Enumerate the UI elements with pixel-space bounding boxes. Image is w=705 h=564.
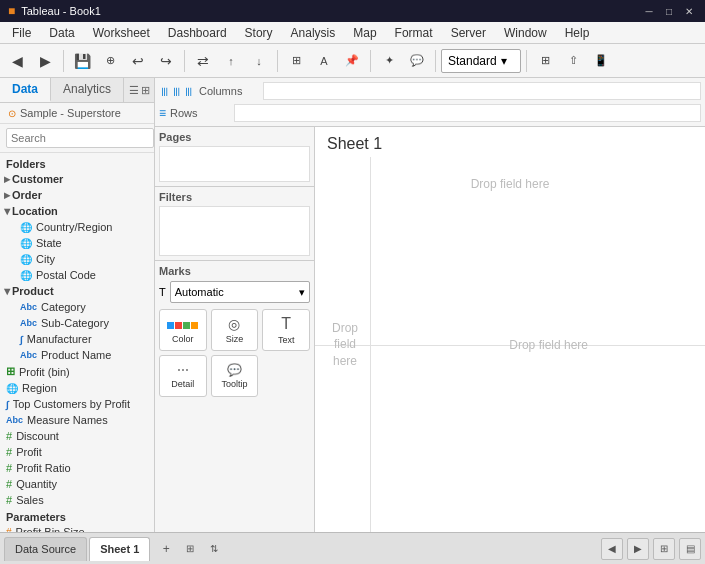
field-discount[interactable]: # Discount xyxy=(0,428,154,444)
field-region[interactable]: 🌐 Region xyxy=(0,380,154,396)
folder-product[interactable]: ▶ Product xyxy=(0,283,154,299)
field-country-region[interactable]: 🌐 Country/Region xyxy=(0,219,154,235)
view-canvas[interactable]: Drop field here Dropfieldhere Drop field… xyxy=(315,157,705,532)
duplicate-sheet-button[interactable]: ⊞ xyxy=(180,539,200,559)
field-measure-names[interactable]: Abc Measure Names xyxy=(0,412,154,428)
menu-format[interactable]: Format xyxy=(387,24,441,42)
folder-order[interactable]: ▶ Order xyxy=(0,187,154,203)
menu-map[interactable]: Map xyxy=(345,24,384,42)
columns-drop-area[interactable] xyxy=(263,82,701,100)
menu-file[interactable]: File xyxy=(4,24,39,42)
menu-bar: File Data Worksheet Dashboard Story Anal… xyxy=(0,22,705,44)
dropdown-arrow-icon: ▾ xyxy=(501,54,507,68)
marks-tooltip-btn[interactable]: 💬 Tooltip xyxy=(211,355,259,397)
field-category[interactable]: Abc Category xyxy=(0,299,154,315)
folder-customer[interactable]: ▶ Customer xyxy=(0,171,154,187)
menu-server[interactable]: Server xyxy=(443,24,494,42)
tab-data-source[interactable]: Data Source xyxy=(4,537,87,561)
folder-customer-label: Customer xyxy=(12,173,63,185)
main-layout: Data Analytics ☰ ⊞ ⊙ Sample - Superstore… xyxy=(0,78,705,532)
field-state[interactable]: 🌐 State xyxy=(0,235,154,251)
field-city[interactable]: 🌐 City xyxy=(0,251,154,267)
field-top-customers[interactable]: ∫ Top Customers by Profit xyxy=(0,396,154,412)
back-button[interactable]: ◀ xyxy=(4,48,30,74)
field-sales-label: Sales xyxy=(16,494,44,506)
menu-help[interactable]: Help xyxy=(557,24,598,42)
menu-analysis[interactable]: Analysis xyxy=(283,24,344,42)
field-sub-category[interactable]: Abc Sub-Category xyxy=(0,315,154,331)
list-view-button[interactable]: ▤ xyxy=(679,538,701,560)
menu-dashboard[interactable]: Dashboard xyxy=(160,24,235,42)
tab-analytics[interactable]: Analytics xyxy=(51,78,124,102)
data-source-item[interactable]: ⊙ Sample - Superstore xyxy=(0,103,154,124)
size-circles-icon: ◎ xyxy=(228,316,240,332)
device-button[interactable]: 📱 xyxy=(588,48,614,74)
script-icon: ∫ xyxy=(6,399,9,410)
search-input[interactable] xyxy=(6,128,154,148)
panel-list-icon[interactable]: ☰ xyxy=(129,84,139,97)
sort-asc-button[interactable]: ↑ xyxy=(218,48,244,74)
panel-search-icon[interactable]: ⊞ xyxy=(141,84,150,97)
marks-size-btn[interactable]: ◎ Size xyxy=(211,309,259,351)
field-product-name[interactable]: Abc Product Name xyxy=(0,347,154,363)
pages-drop-box[interactable] xyxy=(159,146,310,182)
scroll-right-button[interactable]: ▶ xyxy=(627,538,649,560)
minimize-button[interactable]: ─ xyxy=(641,3,657,19)
save-button[interactable]: 💾 xyxy=(69,48,95,74)
marks-color-btn[interactable]: Color xyxy=(159,309,207,351)
label-button[interactable]: A xyxy=(311,48,337,74)
marks-detail-btn[interactable]: ⋯ Detail xyxy=(159,355,207,397)
columns-icon: ⫼⫼⫼ xyxy=(159,84,195,98)
close-button[interactable]: ✕ xyxy=(681,3,697,19)
menu-window[interactable]: Window xyxy=(496,24,555,42)
filters-drop-box[interactable] xyxy=(159,206,310,256)
abc-icon: Abc xyxy=(20,350,37,360)
highlight-button[interactable]: ✦ xyxy=(376,48,402,74)
present-button[interactable]: ⊞ xyxy=(532,48,558,74)
restore-button[interactable]: □ xyxy=(661,3,677,19)
marks-detail-label: Detail xyxy=(171,379,194,389)
menu-story[interactable]: Story xyxy=(237,24,281,42)
fix-button[interactable]: 📌 xyxy=(339,48,365,74)
new-sheet-button[interactable]: + xyxy=(156,539,176,559)
field-profit-bin[interactable]: ⊞ Profit (bin) xyxy=(0,363,154,380)
field-profit-bin-label: Profit (bin) xyxy=(19,366,70,378)
share-button[interactable]: ⇧ xyxy=(560,48,586,74)
scroll-left-button[interactable]: ◀ xyxy=(601,538,623,560)
redo-button[interactable]: ↪ xyxy=(153,48,179,74)
fit-button[interactable]: ⊞ xyxy=(283,48,309,74)
tab-data[interactable]: Data xyxy=(0,78,51,102)
grid-view-button[interactable]: ⊞ xyxy=(653,538,675,560)
marks-text-btn[interactable]: T Text xyxy=(262,309,310,351)
abc-icon: Abc xyxy=(6,415,23,425)
drop-hint-top: Drop field here xyxy=(471,177,550,191)
tab-sheet1[interactable]: Sheet 1 xyxy=(89,537,150,561)
field-profit-ratio[interactable]: # Profit Ratio xyxy=(0,460,154,476)
field-profit[interactable]: # Profit xyxy=(0,444,154,460)
pages-section: Pages xyxy=(155,127,314,187)
swap-rows-cols-button[interactable]: ⇅ xyxy=(204,539,224,559)
marks-type-dropdown[interactable]: Automatic ▾ xyxy=(170,281,310,303)
marks-size-label: Size xyxy=(226,334,244,344)
field-state-label: State xyxy=(36,237,62,249)
menu-worksheet[interactable]: Worksheet xyxy=(85,24,158,42)
swap-button[interactable]: ⇄ xyxy=(190,48,216,74)
forward-button[interactable]: ▶ xyxy=(32,48,58,74)
sheet-title: Sheet 1 xyxy=(315,127,705,157)
sort-desc-button[interactable]: ↓ xyxy=(246,48,272,74)
chevron-customer-icon: ▶ xyxy=(4,175,10,184)
hash-icon: # xyxy=(6,494,12,506)
field-manufacturer[interactable]: ∫ Manufacturer xyxy=(0,331,154,347)
field-sales[interactable]: # Sales xyxy=(0,492,154,508)
field-quantity[interactable]: # Quantity xyxy=(0,476,154,492)
undo-button[interactable]: ↩ xyxy=(125,48,151,74)
marks-text-label: Text xyxy=(278,335,295,345)
new-datasource-button[interactable]: ⊕ xyxy=(97,48,123,74)
tooltip-button[interactable]: 💬 xyxy=(404,48,430,74)
standard-dropdown[interactable]: Standard ▾ xyxy=(441,49,521,73)
folder-location[interactable]: ▶ Location xyxy=(0,203,154,219)
menu-data[interactable]: Data xyxy=(41,24,82,42)
rows-drop-area[interactable] xyxy=(234,104,701,122)
field-postal-code[interactable]: 🌐 Postal Code xyxy=(0,267,154,283)
param-profit-bin-size[interactable]: # Profit Bin Size xyxy=(0,524,154,532)
